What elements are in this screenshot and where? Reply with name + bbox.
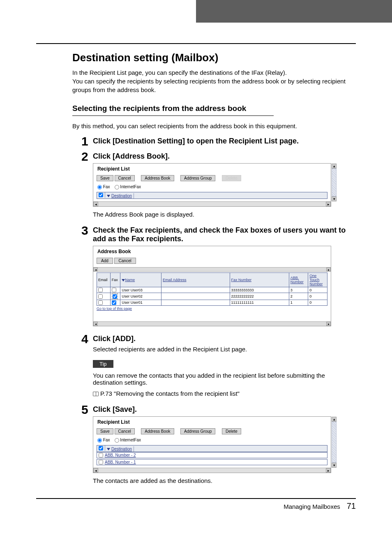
internetfax-radio-label: InternetFax — [120, 438, 141, 442]
cell-name: User User02 — [120, 293, 161, 300]
destination-select-all[interactable] — [97, 446, 105, 451]
destination-column-link[interactable]: Destination — [111, 194, 132, 198]
step-1: 1 Click [Destination Setting] to open th… — [81, 135, 356, 148]
scroll-right-icon[interactable]: ▸ — [326, 468, 331, 473]
addr-hscroll-bot[interactable]: ◂ ▸ — [93, 321, 331, 326]
cell-ot: 0 — [308, 287, 327, 293]
step-number: 1 — [81, 135, 93, 148]
sort-arrow-icon[interactable] — [107, 195, 110, 197]
cell-fax: 22222222222 — [230, 293, 289, 300]
scroll-down-icon[interactable]: ▾ — [332, 463, 337, 468]
table-row: User User02 22222222222 2 0 — [97, 293, 327, 300]
tip-reference: P.73 "Removing the contacts from the rec… — [93, 390, 356, 397]
tip-ref-text: P.73 "Removing the contacts from the rec… — [100, 390, 240, 397]
sort-arrow-icon[interactable] — [122, 279, 125, 282]
address-book-header: Address Book — [93, 246, 331, 257]
col-fax-num: Fax Number — [230, 273, 289, 287]
step-3: 3 Check the Fax recipients, and check th… — [81, 224, 356, 330]
email-checkbox[interactable] — [98, 300, 103, 305]
destination-column-link[interactable]: Destination — [111, 447, 132, 451]
delete-button[interactable]: Delete — [222, 175, 241, 181]
horizontal-scrollbar[interactable]: ◂ ▸ — [93, 468, 331, 473]
go-to-top-label: Go to top of this page — [97, 307, 132, 311]
delete-button[interactable]: Delete — [222, 428, 241, 434]
address-book-screenshot: Address Book Add Cancel ◂ ▸ Email Fax — [93, 246, 331, 326]
save-button[interactable]: Save — [97, 428, 113, 434]
add-button[interactable]: Add — [97, 258, 113, 264]
scroll-right-icon[interactable]: ▸ — [326, 202, 331, 206]
recipient-list-toolbar: Save Cancel Address Book Address Group D… — [93, 173, 331, 183]
address-group-button[interactable]: Address Group — [180, 175, 215, 181]
top-rule — [36, 43, 356, 44]
step-5-after: The contacts are added as the destinatio… — [93, 477, 356, 484]
fax-checkbox[interactable] — [113, 294, 117, 299]
step-number: 5 — [81, 404, 93, 488]
scroll-left-icon[interactable]: ◂ — [93, 468, 98, 473]
scroll-up-icon[interactable]: ▴ — [332, 164, 337, 169]
go-to-top-link[interactable]: Go to top of this page — [97, 307, 327, 311]
scroll-left-icon[interactable]: ◂ — [93, 202, 98, 206]
fax-checkbox[interactable] — [112, 300, 116, 305]
cell-name: User User01 — [120, 300, 161, 305]
fax-radio[interactable]: Fax — [97, 438, 110, 442]
email-checkbox[interactable] — [98, 288, 103, 292]
scroll-left-icon[interactable]: ◂ — [93, 322, 98, 326]
address-group-button[interactable]: Address Group — [180, 428, 215, 434]
subsection-intro: By this method, you can select recipient… — [72, 122, 356, 130]
cell-fax: 11111111111 — [230, 300, 289, 305]
list-item: ABB. Number - 2 — [97, 452, 327, 458]
cancel-button[interactable]: Cancel — [114, 258, 136, 264]
sort-arrow-icon[interactable] — [107, 448, 110, 450]
col-email-addr: Email Address — [161, 273, 230, 287]
save-button[interactable]: Save — [97, 175, 113, 181]
address-book-button[interactable]: Address Book — [141, 428, 174, 434]
fax-num-sort-link[interactable]: Fax Number — [231, 278, 252, 282]
addr-hscroll-top[interactable]: ◂ ▸ — [93, 267, 331, 272]
col-email: Email — [97, 273, 111, 287]
horizontal-scrollbar[interactable]: ◂ ▸ — [93, 201, 331, 206]
fax-radio[interactable]: Fax — [97, 185, 110, 189]
subsection-rule — [72, 115, 274, 116]
abb-sort-link[interactable]: ABB. Number — [291, 276, 304, 284]
scroll-down-icon[interactable]: ▾ — [332, 196, 337, 201]
intro-line-2: You can specify the recipients by select… — [72, 78, 346, 93]
cancel-button[interactable]: Cancel — [115, 428, 135, 434]
page-number: 71 — [347, 501, 356, 511]
footer-section: Managing Mailboxes — [284, 503, 340, 510]
recipient-list-header: Recipient List — [93, 417, 331, 427]
col-abb: ABB. Number — [289, 273, 308, 287]
scroll-left-icon[interactable]: ◂ — [93, 268, 98, 271]
step-2: 2 Click [Address Book]. ▴ ▾ Recipient Li… — [81, 150, 356, 222]
email-addr-sort-link[interactable]: Email Address — [163, 278, 187, 282]
section-title: Destination setting (Mailbox) — [72, 51, 356, 64]
row-checkbox[interactable] — [99, 453, 103, 457]
scrollbar-track[interactable] — [332, 169, 337, 196]
destination-select-all[interactable] — [97, 192, 105, 198]
scrollbar-track[interactable] — [332, 422, 337, 463]
address-book-button[interactable]: Address Book — [141, 175, 174, 181]
row-link[interactable]: ABB. Number - 1 — [105, 460, 136, 464]
page-footer: Managing Mailboxes 71 — [36, 498, 356, 511]
table-row: User User01 11111111111 1 0 — [97, 300, 327, 305]
step-5: 5 Click [Save]. ▴ ▾ Recipient List Save … — [81, 404, 356, 488]
scroll-right-icon[interactable]: ▸ — [326, 268, 331, 271]
col-name: Name — [120, 273, 161, 287]
name-sort-link[interactable]: Name — [125, 278, 135, 282]
address-book-toolbar: Add Cancel — [93, 257, 331, 267]
internetfax-radio[interactable]: InternetFax — [115, 438, 141, 442]
intro-line-1: In the Recipient List page, you can spec… — [72, 69, 287, 76]
step-1-title: Click [Destination Setting] to open the … — [93, 137, 356, 145]
step-4-title: Click [ADD]. — [93, 335, 356, 343]
cancel-button[interactable]: Cancel — [115, 175, 135, 181]
scroll-up-icon[interactable]: ▴ — [332, 417, 337, 422]
cell-ot: 0 — [308, 300, 327, 305]
email-checkbox[interactable] — [98, 294, 103, 299]
recipient-type-radios: Fax InternetFax — [93, 436, 331, 444]
cell-abb: 1 — [289, 300, 308, 305]
row-checkbox[interactable] — [99, 460, 103, 464]
row-link[interactable]: ABB. Number - 2 — [105, 453, 136, 457]
internetfax-radio[interactable]: InternetFax — [115, 185, 141, 189]
scroll-right-icon[interactable]: ▸ — [326, 322, 331, 326]
one-touch-sort-link[interactable]: One Touch Number — [309, 274, 323, 286]
fax-checkbox[interactable] — [112, 288, 116, 292]
